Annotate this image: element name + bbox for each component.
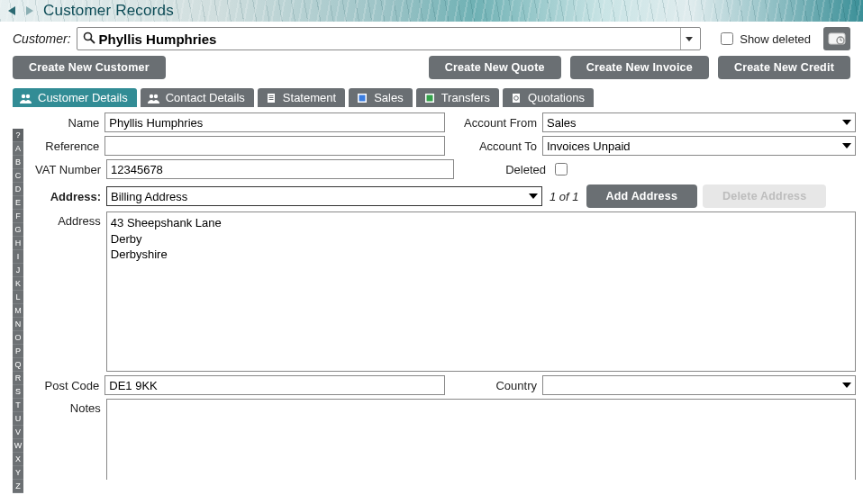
country-label: Country [461,379,542,392]
show-deleted-checkbox[interactable] [721,32,733,45]
postcode-label: Post Code [29,379,104,392]
deleted-label: Deleted [470,163,551,176]
account-from-select[interactable]: Sales [542,112,856,132]
svg-marker-4 [686,37,693,41]
create-credit-button[interactable]: Create New Credit [718,56,850,79]
search-icon [81,32,97,47]
vat-field[interactable] [106,159,454,179]
tab-contact-details[interactable]: Contact Details [141,88,254,107]
tab-label: Quotations [528,91,585,104]
name-field[interactable] [104,112,445,132]
vat-label: VAT Number [29,163,106,176]
forward-arrow-icon[interactable] [22,3,40,19]
tab-transfers[interactable]: Transfers [416,88,499,107]
svg-rect-20 [426,94,432,101]
customer-details-form: Name Account From Sales Reference Accoun… [0,107,863,480]
show-deleted-label: Show deleted [740,32,811,46]
address-textarea[interactable] [106,212,856,372]
svg-point-12 [154,94,158,97]
address-picker-label: Address: [29,190,106,203]
name-label: Name [29,116,104,130]
customer-search-dropdown[interactable] [680,28,696,50]
notes-textarea[interactable] [106,399,856,480]
svg-point-9 [22,94,25,97]
people-icon [148,92,160,104]
svg-point-2 [84,32,91,40]
tab-quotations[interactable]: Quotations [503,88,594,107]
customer-search-input[interactable] [97,32,681,47]
add-address-button[interactable]: Add Address [586,184,698,208]
customer-label: Customer: [13,32,71,46]
address-label: Address [29,212,106,228]
deleted-checkbox[interactable] [555,163,568,176]
address-count: 1 of 1 [548,190,581,203]
address-picker-select[interactable]: Billing Address [106,186,542,206]
svg-point-10 [26,94,30,97]
svg-point-11 [150,94,153,97]
sales-icon [356,92,368,104]
customer-search-row: Customer: Show deleted [0,22,863,56]
customer-search-wrap [77,27,702,50]
delete-address-button: Delete Address [703,184,826,208]
tab-label: Contact Details [166,91,245,104]
tab-label: Customer Details [38,91,128,104]
tab-sales[interactable]: Sales [349,88,413,107]
svg-line-3 [90,39,95,43]
create-invoice-button[interactable]: Create New Invoice [570,56,709,79]
reference-field[interactable] [104,136,445,156]
page-title: Customer Records [40,2,174,20]
action-bar: Create New Customer Create New Quote Cre… [0,56,863,88]
people-icon [20,92,32,104]
tabs: Customer Details Contact Details Stateme… [0,88,863,107]
tab-statement[interactable]: Statement [258,88,345,107]
transfers-icon [423,92,436,104]
svg-marker-1 [26,6,33,15]
reference-label: Reference [29,140,104,153]
tab-label: Sales [374,91,404,104]
tab-label: Transfers [441,91,490,104]
back-arrow-icon[interactable] [4,3,22,19]
account-to-select[interactable]: Invoices Unpaid [542,136,856,156]
account-to-label: Account To [461,140,542,153]
quotations-icon [510,92,522,104]
create-quote-button[interactable]: Create New Quote [429,56,561,79]
title-bar: Customer Records [0,0,863,22]
svg-marker-0 [8,6,15,15]
account-from-label: Account From [461,116,542,130]
document-icon [265,92,277,104]
tab-label: Statement [283,91,336,104]
country-select[interactable] [542,375,856,395]
postcode-field[interactable] [104,375,445,395]
notes-label: Notes [29,399,106,415]
create-customer-button[interactable]: Create New Customer [13,56,166,79]
show-deleted-toggle[interactable]: Show deleted [717,30,811,48]
tab-customer-details[interactable]: Customer Details [13,88,137,107]
svg-rect-18 [359,94,366,101]
alpha-Z[interactable]: Z [13,480,23,493]
recent-button[interactable] [823,27,850,50]
